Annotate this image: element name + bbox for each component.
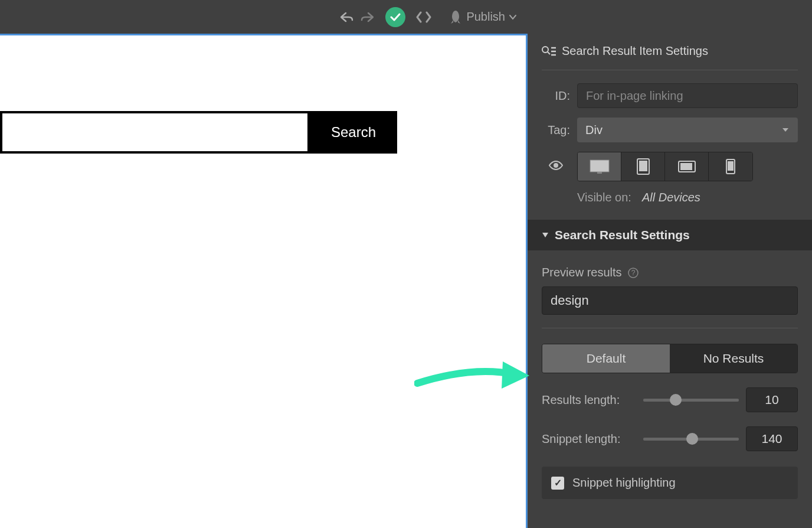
desktop-icon: [589, 159, 610, 174]
device-tablet[interactable]: [621, 152, 665, 181]
check-icon: [385, 7, 405, 27]
visibility-icon: [542, 160, 570, 173]
slider-thumb[interactable]: [686, 433, 698, 445]
mobile-icon: [725, 158, 736, 175]
tablet-landscape-icon: [677, 160, 696, 173]
chevron-down-icon: [509, 14, 517, 20]
tag-label: Tag:: [542, 123, 570, 137]
snippet-highlighting-label: Snippet highlighting: [572, 476, 676, 490]
slider-thumb[interactable]: [670, 394, 682, 406]
triangle-down-icon: [542, 232, 549, 238]
redo-button[interactable]: [353, 0, 381, 34]
help-icon[interactable]: ?: [628, 268, 639, 278]
panel-header: Search Result Item Settings: [542, 44, 798, 70]
toggle-default[interactable]: Default: [542, 344, 670, 373]
section-header[interactable]: Search Result Settings: [528, 220, 812, 250]
search-input[interactable]: [0, 111, 310, 154]
device-mobile[interactable]: [709, 152, 752, 181]
id-label: ID:: [542, 89, 570, 103]
visible-on-label: Visible on:: [577, 191, 631, 204]
publish-label: Publish: [466, 10, 505, 24]
status-check-button[interactable]: [381, 0, 410, 34]
snippet-length-label: Snippet length:: [542, 432, 636, 446]
id-input[interactable]: [577, 83, 798, 108]
results-length-value[interactable]: 10: [746, 387, 798, 412]
svg-rect-13: [680, 163, 692, 170]
publish-button[interactable]: Publish: [438, 0, 528, 34]
svg-point-2: [542, 47, 548, 53]
preview-label: Preview results: [542, 266, 622, 279]
tag-select[interactable]: Div: [577, 118, 798, 142]
search-results-icon: [542, 46, 556, 57]
preview-input[interactable]: [542, 286, 798, 315]
results-length-label: Results length:: [542, 393, 636, 407]
svg-rect-15: [728, 161, 734, 171]
search-button[interactable]: Search: [310, 111, 397, 154]
tag-value: Div: [585, 123, 603, 137]
device-tablet-landscape[interactable]: [665, 152, 709, 181]
device-desktop[interactable]: [578, 152, 621, 181]
state-toggle: Default No Results: [542, 344, 798, 373]
chevron-down-icon: [781, 127, 790, 133]
visible-on-value: All Devices: [642, 191, 700, 204]
snippet-highlighting-row[interactable]: ✓ Snippet highlighting: [542, 467, 798, 499]
svg-rect-9: [597, 172, 602, 174]
svg-line-3: [548, 52, 550, 54]
side-panel: Search Result Item Settings ID: Tag: Div: [528, 0, 812, 528]
search-widget: Search: [0, 111, 397, 154]
svg-rect-11: [639, 161, 647, 171]
svg-text:?: ?: [631, 269, 635, 277]
checkbox[interactable]: ✓: [551, 477, 564, 490]
svg-rect-8: [590, 160, 609, 172]
canvas[interactable]: Search: [0, 34, 528, 528]
panel-title: Search Result Item Settings: [562, 44, 708, 58]
code-button[interactable]: [410, 0, 438, 34]
rocket-icon: [448, 9, 463, 25]
results-length-slider[interactable]: [643, 399, 739, 402]
search-button-label: Search: [331, 124, 376, 141]
section-title: Search Result Settings: [555, 228, 690, 242]
tablet-icon: [636, 158, 650, 175]
svg-point-7: [554, 163, 558, 168]
snippet-length-slider[interactable]: [643, 438, 739, 441]
toggle-no-results[interactable]: No Results: [670, 344, 797, 373]
snippet-length-value[interactable]: 140: [746, 426, 798, 451]
